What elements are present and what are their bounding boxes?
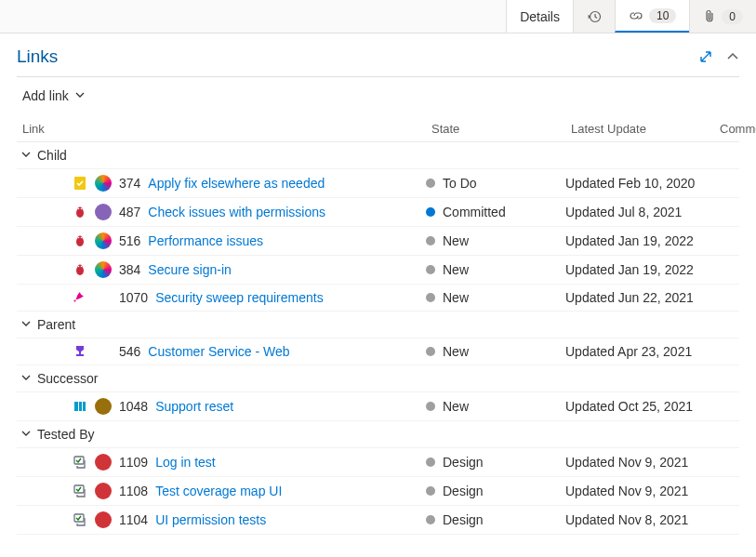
section-header: Links <box>17 46 739 67</box>
bug-icon <box>73 233 87 248</box>
link-row: 374 Apply fix elsewhere as needed To Do … <box>17 169 739 198</box>
bug-icon <box>73 262 87 277</box>
link-row: 516 Performance issues New Updated Jan 1… <box>17 227 739 256</box>
chevron-down-icon <box>20 317 32 332</box>
group-label: Tested By <box>37 427 94 442</box>
tab-bar: Details 10 0 <box>0 0 756 33</box>
item-title[interactable]: Performance issues <box>148 233 263 248</box>
state-label: New <box>443 344 469 359</box>
updated-label: Updated Jan 19, 2022 <box>565 262 714 277</box>
add-link-button[interactable]: Add link <box>17 85 91 116</box>
attachment-icon <box>703 9 716 24</box>
group-parent[interactable]: Parent <box>17 312 739 338</box>
chevron-down-icon <box>74 88 86 103</box>
state-label: Design <box>443 512 484 527</box>
updated-label: Updated Jun 22, 2021 <box>565 290 714 305</box>
state-label: Design <box>443 484 484 498</box>
item-id: 384 <box>119 262 140 277</box>
avatar <box>95 398 112 415</box>
svg-point-12 <box>78 266 80 268</box>
tab-details[interactable]: Details <box>506 0 573 33</box>
item-id: 1109 <box>119 455 148 470</box>
state-dot-icon <box>426 486 435 496</box>
link-row: 1104 UI permission tests Design Updated … <box>17 506 739 535</box>
updated-label: Updated Apr 23, 2021 <box>565 344 714 359</box>
test-case-icon <box>73 512 87 527</box>
updated-label: Updated Oct 25, 2021 <box>565 399 714 414</box>
group-label: Child <box>37 148 67 163</box>
svg-rect-14 <box>79 351 81 354</box>
avatar <box>95 204 112 220</box>
svg-point-9 <box>81 237 83 239</box>
avatar <box>95 232 112 249</box>
divider <box>17 76 739 77</box>
expand-icon[interactable] <box>698 49 713 64</box>
state-dot-icon <box>426 402 435 411</box>
bug-icon <box>73 205 87 219</box>
column-state: State <box>431 122 571 136</box>
state-label: New <box>443 233 469 248</box>
table-header: Link State Latest Update Comments <box>17 116 739 142</box>
link-row: 1109 Log in test Design Updated Nov 9, 2… <box>17 448 739 477</box>
item-title[interactable]: Check issues with permissions <box>148 205 325 219</box>
item-title[interactable]: Log in test <box>155 455 216 470</box>
item-title[interactable]: UI permission tests <box>155 512 266 527</box>
tab-attachments[interactable]: 0 <box>689 0 756 33</box>
item-title[interactable]: Apply fix elsewhere as needed <box>148 176 325 191</box>
test-case-icon <box>73 484 87 498</box>
item-title[interactable]: Customer Service - Web <box>148 344 289 359</box>
column-updated: Latest Update <box>571 122 720 136</box>
group-tested-by[interactable]: Tested By <box>17 421 739 448</box>
avatar <box>95 483 112 499</box>
svg-point-13 <box>81 266 83 268</box>
updated-label: Updated Feb 10, 2020 <box>565 176 714 191</box>
group-successor[interactable]: Successor <box>17 365 739 392</box>
item-title[interactable]: Security sweep requirements <box>155 290 324 305</box>
avatar <box>95 511 112 528</box>
item-id: 1070 <box>119 290 148 305</box>
links-count-badge: 10 <box>649 8 676 23</box>
item-id: 546 <box>119 344 140 359</box>
state-label: New <box>443 290 469 305</box>
link-icon <box>629 8 643 23</box>
item-id: 1108 <box>119 484 148 498</box>
test-case-icon <box>73 455 87 470</box>
item-id: 1104 <box>119 512 148 527</box>
pbi-icon <box>73 399 87 414</box>
svg-point-5 <box>81 208 83 210</box>
tab-links[interactable]: 10 <box>615 0 689 33</box>
item-id: 487 <box>119 205 140 219</box>
chevron-down-icon <box>20 148 32 163</box>
state-dot-icon <box>426 347 435 356</box>
avatar <box>95 175 112 192</box>
state-label: Design <box>443 455 484 470</box>
state-dot-icon <box>426 207 435 217</box>
updated-label: Updated Nov 9, 2021 <box>565 455 714 470</box>
state-dot-icon <box>426 236 435 245</box>
link-row: 1108 Test coverage map UI Design Updated… <box>17 477 739 506</box>
link-row: 1070 Security sweep requirements New Upd… <box>17 285 739 312</box>
section-title: Links <box>17 46 58 67</box>
svg-rect-18 <box>83 402 86 411</box>
item-id: 516 <box>119 233 140 248</box>
updated-label: Updated Nov 8, 2021 <box>565 512 714 527</box>
item-title[interactable]: Test coverage map UI <box>155 484 282 498</box>
svg-rect-17 <box>79 402 82 411</box>
avatar <box>95 454 112 471</box>
link-row: 546 Customer Service - Web New Updated A… <box>17 338 739 365</box>
collapse-icon[interactable] <box>726 50 739 63</box>
svg-point-8 <box>78 237 80 239</box>
epic-icon <box>73 344 87 359</box>
link-row: 384 Secure sign-in New Updated Jan 19, 2… <box>17 256 739 285</box>
group-child[interactable]: Child <box>17 142 739 169</box>
item-title[interactable]: Support reset <box>155 399 233 414</box>
column-comments: Comments <box>720 122 756 136</box>
feature-icon <box>73 290 87 305</box>
tab-history[interactable] <box>573 0 615 33</box>
state-label: Committed <box>443 205 506 219</box>
group-label: Successor <box>37 371 98 386</box>
svg-rect-15 <box>76 354 84 356</box>
item-title[interactable]: Secure sign-in <box>148 262 232 277</box>
state-dot-icon <box>426 265 435 274</box>
avatar <box>95 261 112 278</box>
